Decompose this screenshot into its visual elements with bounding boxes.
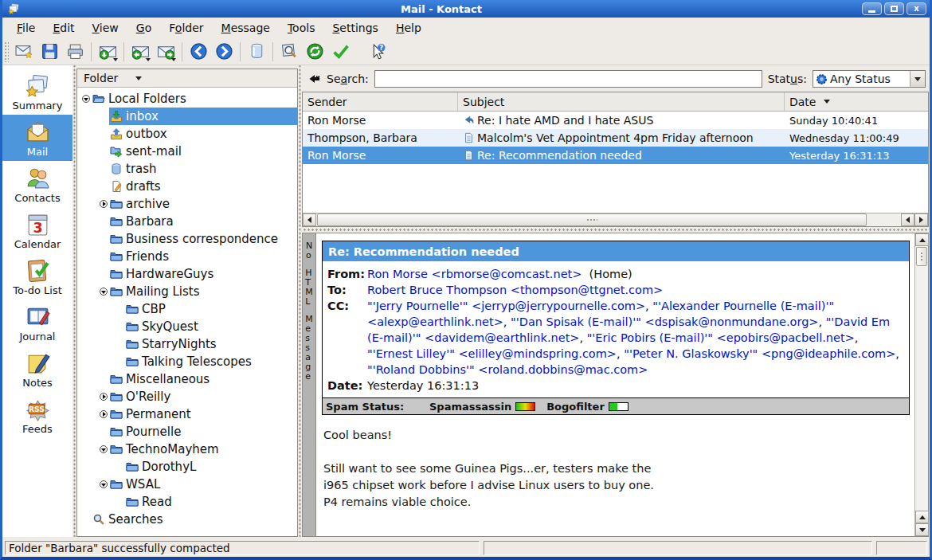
menu-folder[interactable]: Folder bbox=[161, 19, 211, 37]
folder-tree-item-talking-telescopes[interactable]: Talking Telescopes bbox=[77, 353, 297, 370]
refresh-button[interactable] bbox=[303, 41, 327, 63]
scroll-left-button[interactable] bbox=[901, 213, 914, 226]
folder-tree-item-sent-mail[interactable]: sent-mail bbox=[77, 143, 297, 160]
close-button[interactable]: x bbox=[907, 2, 926, 15]
message-row[interactable]: Ron Morse Re: I hate AMD and I hate ASUS… bbox=[303, 112, 928, 129]
cc-address-link[interactable]: "'Roland Dobbins'" <roland.dobbins@mac.c… bbox=[367, 363, 648, 376]
vscroll-thumb[interactable] bbox=[916, 247, 927, 266]
sidebar-item-contacts[interactable]: Contacts bbox=[2, 161, 72, 207]
forward-button[interactable] bbox=[154, 41, 178, 63]
next-message-button[interactable] bbox=[212, 41, 236, 63]
expander-closed-icon[interactable] bbox=[98, 391, 109, 402]
cc-address-link[interactable]: "'Ernest Lilley'" <elilley@mindspring.co… bbox=[367, 347, 617, 360]
cc-address-link[interactable]: "'Eric Pobirs (E-mail)'" <epobirs@pacbel… bbox=[587, 331, 855, 344]
folder-tree-item-friends[interactable]: Friends bbox=[77, 248, 297, 265]
maximize-button[interactable] bbox=[884, 2, 904, 15]
expander-open-icon[interactable] bbox=[98, 479, 109, 490]
folder-tree-item-hardwareguys[interactable]: HardwareGuys bbox=[77, 265, 297, 283]
expander-open-icon[interactable] bbox=[98, 444, 109, 455]
scroll-up-button[interactable] bbox=[915, 511, 929, 523]
sidebar-item-journal[interactable]: Journal bbox=[2, 300, 72, 346]
folder-tree-item-pournelle[interactable]: Pournelle bbox=[77, 423, 297, 441]
sidebar-item-todo-list[interactable]: To-do List bbox=[2, 253, 72, 300]
folder-column-header[interactable]: Folder bbox=[77, 69, 297, 88]
folder-tree-item-skyquest[interactable]: SkyQuest bbox=[77, 318, 297, 335]
search-input[interactable] bbox=[374, 70, 762, 88]
folder-tree-item-drafts[interactable]: drafts bbox=[77, 178, 297, 195]
scroll-left-button[interactable] bbox=[303, 213, 316, 226]
approve-button[interactable] bbox=[328, 41, 352, 63]
splitter-preview[interactable] bbox=[302, 227, 929, 233]
reply-button[interactable] bbox=[128, 41, 152, 63]
menu-help[interactable]: Help bbox=[388, 19, 429, 37]
folder-tree-item-outbox[interactable]: outbox bbox=[77, 125, 297, 143]
minimize-button[interactable] bbox=[862, 2, 882, 15]
menu-tools[interactable]: Tools bbox=[280, 19, 323, 37]
folder-tree-item-business-correspondence[interactable]: Business correspondence bbox=[77, 230, 297, 248]
expander-open-icon[interactable] bbox=[80, 93, 92, 104]
message-row-selected[interactable]: Ron Morse Re: Recommendation needed Yest… bbox=[303, 147, 928, 164]
menu-file[interactable]: File bbox=[9, 19, 43, 37]
status-combobox[interactable]: Any Status bbox=[813, 70, 926, 88]
expander-closed-icon[interactable] bbox=[98, 198, 109, 210]
status-dropdown-button[interactable] bbox=[910, 71, 925, 87]
print-button[interactable] bbox=[63, 41, 87, 63]
folder-tree-item-inbox[interactable]: inbox bbox=[77, 108, 297, 125]
sidebar-item-summary[interactable]: Summary bbox=[2, 69, 72, 115]
sidebar-item-calendar[interactable]: Calendar bbox=[2, 207, 72, 253]
folder-tree-item-permanent[interactable]: Permanent bbox=[77, 405, 297, 423]
folder-tree-item-barbara[interactable]: Barbara bbox=[77, 213, 297, 230]
folder-tree-item-mailing-lists[interactable]: Mailing Lists bbox=[77, 283, 297, 300]
cc-address-link[interactable]: "'Jerry Pournelle'" <jerryp@jerrypournel… bbox=[367, 300, 645, 312]
column-header-sender[interactable]: Sender bbox=[303, 92, 458, 111]
trash-icon bbox=[248, 42, 266, 61]
scroll-down-button[interactable] bbox=[915, 523, 929, 536]
sidebar-item-mail[interactable]: Mail bbox=[2, 115, 72, 161]
expander-open-icon[interactable] bbox=[98, 286, 109, 297]
cc-address-link[interactable]: "'Peter N. Glaskowsky'" <png@ideaphile.c… bbox=[624, 347, 895, 360]
whats-this-button[interactable] bbox=[365, 41, 389, 63]
find-button[interactable] bbox=[277, 41, 301, 63]
to-address-link[interactable]: Robert Bruce Thompson <thompson@ttgnet.c… bbox=[367, 284, 663, 296]
folder-tree-item-technomayhem[interactable]: TechnoMayhem bbox=[77, 441, 297, 458]
expander-closed-icon[interactable] bbox=[98, 409, 109, 420]
menu-message[interactable]: Message bbox=[213, 19, 278, 37]
menu-settings[interactable]: Settings bbox=[324, 19, 386, 37]
check-mail-button[interactable] bbox=[96, 41, 119, 63]
trash-button[interactable] bbox=[245, 41, 268, 63]
folder-panel: Folder Local Folders inbox outbox sent-m… bbox=[76, 69, 298, 537]
title-bar[interactable]: Mail - Kontact x bbox=[2, 0, 930, 18]
scroll-right-button[interactable] bbox=[914, 213, 928, 226]
previous-message-button[interactable] bbox=[186, 41, 210, 63]
folder-tree-item-searches[interactable]: Searches bbox=[77, 511, 297, 528]
folder-tree-item-miscellaneous[interactable]: Miscellaneous bbox=[77, 370, 297, 388]
scroll-up-button[interactable] bbox=[915, 233, 929, 246]
from-address-link[interactable]: Ron Morse <rbmorse@comcast.net> bbox=[367, 268, 582, 280]
folder-tree-item-wsal[interactable]: WSAL bbox=[77, 476, 297, 493]
folder-tree-item-read[interactable]: Read bbox=[77, 493, 297, 511]
new-message-button[interactable] bbox=[12, 41, 36, 63]
message-list-hscrollbar[interactable] bbox=[303, 213, 928, 226]
save-button[interactable] bbox=[37, 41, 61, 63]
folder-tree-item-starrynights[interactable]: StarryNights bbox=[77, 335, 297, 353]
folder-tree-item-cbp[interactable]: CBP bbox=[77, 300, 297, 318]
menu-view[interactable]: View bbox=[84, 19, 127, 37]
sidebar-item-feeds[interactable]: Feeds bbox=[2, 392, 72, 438]
toolbar-grip[interactable] bbox=[4, 41, 9, 62]
folder-tree-item-archive[interactable]: archive bbox=[77, 195, 297, 213]
folder-tree-item-oreilly[interactable]: O'Reilly bbox=[77, 388, 297, 405]
hscroll-thumb[interactable] bbox=[317, 213, 867, 226]
menu-edit[interactable]: Edit bbox=[45, 19, 82, 37]
folder-tree-item-trash[interactable]: trash bbox=[77, 160, 297, 178]
cc-address-link[interactable]: "'Dan Spisak (E-mail)'" <dspisak@nonmund… bbox=[511, 315, 818, 328]
sidebar-item-notes[interactable]: Notes bbox=[2, 346, 72, 392]
clear-search-icon[interactable] bbox=[307, 72, 321, 86]
sort-desc-icon bbox=[824, 100, 830, 104]
folder-tree-item-local-folders[interactable]: Local Folders bbox=[77, 90, 297, 108]
column-header-date[interactable]: Date bbox=[785, 92, 928, 111]
menu-go[interactable]: Go bbox=[128, 19, 159, 37]
message-row[interactable]: Thompson, Barbara Malcolm's Vet Appointm… bbox=[303, 129, 928, 147]
column-header-subject[interactable]: Subject bbox=[458, 92, 785, 111]
preview-vscrollbar[interactable] bbox=[914, 233, 928, 536]
folder-tree-item-dorothyl[interactable]: DorothyL bbox=[77, 458, 297, 476]
